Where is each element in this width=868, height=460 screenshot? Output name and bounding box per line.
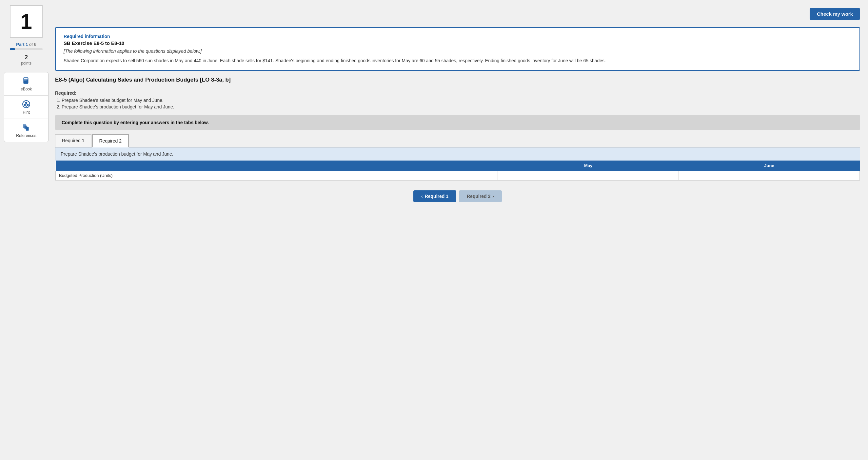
- required-info-subtitle: SB Exercise E8-5 to E8-10: [64, 40, 851, 46]
- table-row: Budgeted Production (Units): [56, 171, 860, 180]
- check-my-work-button[interactable]: Check my work: [810, 8, 860, 20]
- tab-required2[interactable]: Required 2: [92, 134, 129, 147]
- table-header-label: [56, 161, 498, 171]
- references-icon: [22, 123, 31, 132]
- svg-rect-2: [24, 79, 28, 80]
- required-item-2: Prepare Shadee's production budget for M…: [62, 104, 860, 109]
- svg-rect-1: [24, 78, 28, 79]
- question-number: 1: [20, 9, 32, 34]
- nav-buttons: ‹ Required 1 Required 2 ›: [55, 190, 860, 202]
- required-info-body: Shadee Corporation expects to sell 560 s…: [64, 57, 851, 64]
- prev-required-button[interactable]: ‹ Required 1: [413, 190, 456, 202]
- tabs-wrapper: Required 1 Required 2 Prepare Shadee's p…: [55, 134, 860, 180]
- main-content: Check my work Required information SB Ex…: [53, 0, 868, 460]
- svg-point-5: [25, 102, 28, 104]
- sidebar-item-references[interactable]: References: [4, 119, 48, 142]
- row-label: Budgeted Production (Units): [56, 171, 498, 180]
- sidebar-item-ebook[interactable]: eBook: [4, 72, 48, 96]
- instruction-bar: Complete this question by entering your …: [55, 115, 860, 130]
- sidebar-item-hint[interactable]: Hint: [4, 96, 48, 119]
- june-input[interactable]: [680, 172, 858, 179]
- hint-label: Hint: [23, 110, 30, 115]
- table-header-june: June: [679, 161, 860, 171]
- sidebar: 1 Part 1 of 6 2 points: [0, 0, 53, 460]
- top-bar: Check my work: [55, 5, 860, 23]
- budget-table: May June Budgeted Production (Units): [55, 161, 860, 180]
- points-label: points: [21, 61, 31, 66]
- tab-description: Prepare Shadee's production budget for M…: [55, 147, 860, 161]
- part-label-strong: Part 1: [16, 42, 28, 47]
- part-label: Part 1 of 6: [10, 42, 42, 47]
- ebook-label: eBook: [21, 87, 32, 91]
- tabs-container: Required 1 Required 2: [55, 134, 860, 147]
- june-input-cell[interactable]: [679, 171, 860, 180]
- prev-chevron-icon: ‹: [421, 194, 423, 199]
- points-value: 2: [21, 54, 31, 61]
- required-info-box: Required information SB Exercise E8-5 to…: [55, 27, 860, 71]
- required-info-italic: [The following information applies to th…: [64, 48, 851, 54]
- hint-icon: [22, 100, 31, 109]
- points-info: 2 points: [21, 54, 31, 66]
- next-button-label: Required 2: [467, 194, 490, 199]
- table-header-may: May: [498, 161, 679, 171]
- next-required-button[interactable]: Required 2 ›: [459, 190, 502, 202]
- progress-bar-fill: [10, 48, 15, 50]
- may-input[interactable]: [499, 172, 677, 179]
- sidebar-tools: eBook Hint: [4, 72, 49, 142]
- required-item-1: Prepare Shadee's sales budget for May an…: [62, 98, 860, 103]
- svg-point-7: [27, 104, 29, 106]
- table-wrapper: May June Budgeted Production (Units): [55, 161, 860, 180]
- required-section: Required: Prepare Shadee's sales budget …: [55, 91, 860, 111]
- exercise-title: E8-5 (Algo) Calculating Sales and Produc…: [55, 77, 860, 83]
- ebook-icon: [22, 76, 31, 86]
- prev-button-label: Required 1: [425, 194, 448, 199]
- tab-required1[interactable]: Required 1: [55, 134, 91, 147]
- references-label: References: [16, 133, 36, 138]
- svg-rect-11: [26, 127, 29, 131]
- svg-rect-3: [24, 80, 27, 81]
- of-label: of 6: [29, 42, 36, 47]
- part-info: Part 1 of 6: [10, 42, 42, 50]
- required-list: Prepare Shadee's sales budget for May an…: [55, 98, 860, 109]
- question-number-box: 1: [10, 5, 42, 38]
- progress-bar-container: [10, 48, 42, 50]
- svg-point-6: [24, 104, 26, 106]
- required-info-title: Required information: [64, 34, 851, 39]
- svg-point-8: [26, 106, 27, 107]
- may-input-cell[interactable]: [498, 171, 679, 180]
- required-heading: Required:: [55, 91, 860, 96]
- tab-content-area: Prepare Shadee's production budget for M…: [55, 147, 860, 180]
- next-chevron-icon: ›: [492, 194, 494, 199]
